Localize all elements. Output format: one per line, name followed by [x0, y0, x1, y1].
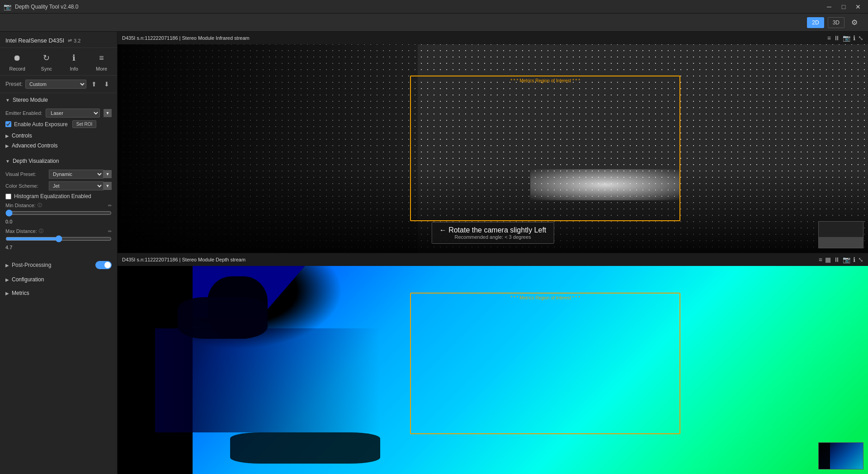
- depth-snapshot-button[interactable]: 📷: [843, 256, 850, 263]
- record-icon: ⏺: [11, 52, 24, 64]
- auto-exposure-row: Enable Auto Exposure Set ROI: [5, 120, 112, 128]
- max-distance-label: Max Distance:: [5, 228, 37, 234]
- ir-canvas: * * * Metrics Region of Interest * * * ←…: [118, 44, 868, 253]
- post-processing-section: ▶ Post-Processing: [0, 257, 117, 273]
- ir-minimize-button[interactable]: ⤡: [858, 34, 863, 42]
- max-distance-slider[interactable]: [5, 235, 112, 242]
- sync-label: Sync: [41, 66, 52, 71]
- visual-preset-arrow[interactable]: ▼: [104, 170, 112, 178]
- minimize-button[interactable]: ─: [823, 0, 835, 13]
- record-action[interactable]: ⏺ Record: [9, 52, 25, 71]
- depth-stream-controls: ≡ ▦ ⏸ 📷 ℹ ⤡: [819, 256, 863, 263]
- depth-barchart-button[interactable]: ▦: [825, 256, 831, 263]
- ir-stream-title: D435I s.n:112222071186 | Stereo Module I…: [122, 35, 250, 41]
- max-distance-info-icon[interactable]: ⓘ: [39, 228, 43, 234]
- auto-exposure-checkbox[interactable]: [5, 121, 11, 127]
- visual-preset-select[interactable]: Dynamic Fixed: [49, 170, 104, 179]
- min-distance-row: Min Distance: ⓘ ✏ 0.0: [5, 202, 112, 224]
- ir-minimap: [818, 221, 863, 248]
- app-icon: 📷: [4, 3, 11, 10]
- device-header: Intel RealSense D435I ⇌ 3.2: [0, 32, 117, 48]
- advanced-controls-header[interactable]: ▶ Advanced Controls: [5, 141, 112, 151]
- preset-upload-button[interactable]: ⬆: [89, 79, 99, 89]
- more-label: More: [96, 66, 107, 71]
- info-label: Info: [70, 66, 78, 71]
- depth-minimize-button[interactable]: ⤡: [858, 256, 863, 263]
- depth-vis-section: ▼ Depth Visualization Visual Preset: Dyn…: [0, 154, 117, 257]
- usb-badge: ⇌ 3.2: [68, 38, 80, 43]
- preset-label: Preset:: [5, 81, 23, 87]
- close-button[interactable]: ✕: [852, 0, 864, 13]
- preset-download-button[interactable]: ⬇: [102, 79, 112, 89]
- configuration-header[interactable]: ▶ Configuration: [0, 273, 117, 286]
- more-action[interactable]: ≡ More: [95, 52, 108, 71]
- depth-vis-header[interactable]: ▼ Depth Visualization: [0, 154, 117, 168]
- view-3d-button[interactable]: 3D: [828, 17, 844, 28]
- depth-info-button[interactable]: ℹ: [853, 256, 855, 263]
- depth-hole2: [178, 297, 268, 339]
- ir-stream-header: D435I s.n:112222071186 | Stereo Module I…: [118, 32, 868, 44]
- usb-icon: ⇌: [68, 38, 72, 43]
- sync-icon: ↻: [40, 52, 53, 64]
- post-processing-toggle[interactable]: [95, 261, 112, 269]
- settings-button[interactable]: ⚙: [848, 16, 861, 29]
- visual-preset-label: Visual Preset:: [5, 171, 46, 177]
- min-distance-info-icon[interactable]: ⓘ: [38, 202, 42, 209]
- max-distance-row: Max Distance: ⓘ ✏ 4.7: [5, 228, 112, 250]
- more-icon: ≡: [95, 52, 108, 64]
- color-scheme-select[interactable]: Jet Classic WhiteToBlack: [49, 181, 104, 190]
- ir-roi-box: * * * Metrics Region of Interest * * *: [410, 76, 680, 221]
- depth-vis-chevron: ▼: [5, 159, 10, 164]
- metrics-chevron: ▶: [5, 291, 9, 296]
- set-roi-button[interactable]: Set ROI: [72, 120, 97, 128]
- depth-roi-box: * * * Metrics Region of Interest * * *: [410, 293, 680, 434]
- min-distance-edit-icon[interactable]: ✏: [108, 203, 112, 208]
- info-action[interactable]: ℹ Info: [68, 52, 80, 71]
- color-scheme-arrow[interactable]: ▼: [104, 182, 112, 190]
- depth-stream-title: D435I s.n:112222071186 | Stereo Module D…: [122, 257, 245, 262]
- min-distance-slider[interactable]: [5, 209, 112, 217]
- depth-black-patch2: [155, 328, 380, 432]
- ir-stream-controls: ≡ ⏸ 📷 ℹ ⤡: [827, 34, 863, 42]
- controls-header[interactable]: ▶ Controls: [5, 131, 112, 141]
- usb-version: 3.2: [74, 38, 80, 43]
- stereo-module-header[interactable]: ▼ Stereo Module: [0, 93, 117, 107]
- pp-chevron: ▶: [5, 263, 9, 268]
- min-distance-value: 0.0: [5, 219, 112, 224]
- emitter-arrow[interactable]: ▼: [104, 109, 112, 117]
- ir-info-button[interactable]: ℹ: [853, 34, 855, 42]
- max-distance-edit-icon[interactable]: ✏: [108, 229, 112, 234]
- preset-select[interactable]: Custom Default High Accuracy High Densit…: [25, 80, 86, 89]
- ir-list-button[interactable]: ≡: [827, 34, 831, 42]
- restore-button[interactable]: □: [837, 0, 850, 13]
- histogram-checkbox[interactable]: [5, 194, 11, 199]
- ir-roi-label: * * * Metrics Region of Interest * * *: [510, 78, 580, 83]
- sync-action[interactable]: ↻ Sync: [40, 52, 53, 71]
- action-row: ⏺ Record ↻ Sync ℹ Info ≡ More: [0, 48, 117, 76]
- configuration-section: ▶ Configuration: [0, 273, 117, 286]
- info-icon: ℹ: [68, 52, 80, 64]
- min-distance-label: Min Distance:: [5, 203, 36, 208]
- histogram-label: Histogram Equalization Enabled: [14, 193, 91, 199]
- visual-preset-row: Visual Preset: Dynamic Fixed ▼: [5, 170, 112, 179]
- metrics-header[interactable]: ▶ Metrics: [0, 286, 117, 300]
- post-processing-header[interactable]: ▶ Post-Processing: [0, 257, 117, 273]
- post-processing-left: ▶ Post-Processing: [5, 262, 51, 268]
- depth-pause-button[interactable]: ⏸: [834, 256, 840, 263]
- ir-pause-button[interactable]: ⏸: [834, 34, 840, 42]
- stereo-module-section: ▼ Stereo Module Emitter Enabled: Laser L…: [0, 93, 117, 154]
- ir-snapshot-button[interactable]: 📷: [843, 34, 850, 42]
- ir-stream-tooltip: ← Rotate the camera slightly Left Recomm…: [432, 222, 554, 244]
- color-scheme-wrap: Jet Classic WhiteToBlack ▼: [49, 181, 112, 190]
- left-panel: Intel RealSense D435I ⇌ 3.2 ⏺ Record ↻ S…: [0, 32, 118, 474]
- view-2d-button[interactable]: 2D: [807, 17, 824, 28]
- controls-chevron: ▶: [5, 133, 9, 138]
- configuration-title: Configuration: [12, 276, 44, 283]
- depth-stream-header: D435I s.n:112222071186 | Stereo Module D…: [118, 253, 868, 266]
- auto-exposure-label: Enable Auto Exposure: [14, 121, 68, 128]
- emitter-select[interactable]: Laser LED Off: [46, 109, 100, 118]
- metrics-section: ▶ Metrics: [0, 286, 117, 300]
- depth-list-button[interactable]: ≡: [819, 256, 822, 263]
- depth-hole3: [230, 432, 380, 464]
- color-scheme-row: Color Scheme: Jet Classic WhiteToBlack ▼: [5, 181, 112, 190]
